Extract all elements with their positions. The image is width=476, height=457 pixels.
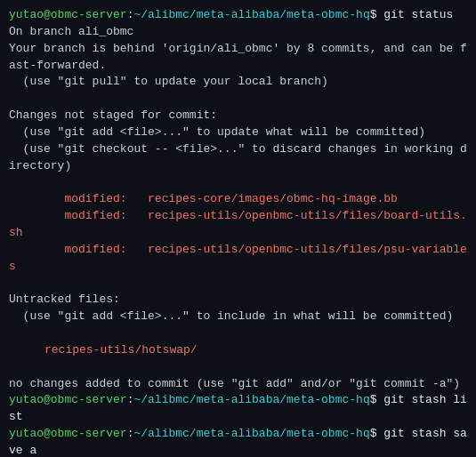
output-line: On branch ali_obmc xyxy=(9,24,467,41)
blank-line xyxy=(9,276,467,293)
output-line: Changes not staged for commit: xyxy=(9,108,467,124)
modified-file-line: modified: recipes-core/images/obmc-hq-im… xyxy=(9,191,467,208)
terminal-prompt: yutao@obmc-server:~/alibmc/meta-alibaba/… xyxy=(9,426,467,457)
output-line: no changes added to commit (use "git add… xyxy=(9,376,467,393)
terminal-prompt: yutao@obmc-server:~/alibmc/meta-alibaba/… xyxy=(9,392,467,426)
blank-line xyxy=(9,174,467,191)
terminal-window: yutao@obmc-server:~/alibmc/meta-alibaba/… xyxy=(9,7,467,457)
blank-line xyxy=(9,359,467,376)
modified-file-line: modified: recipes-utils/openbmc-utils/fi… xyxy=(9,208,467,242)
output-line: (use "git checkout -- <file>..." to disc… xyxy=(9,141,467,175)
output-line: (use "git add <file>..." to update what … xyxy=(9,124,467,141)
output-line: (use "git add <file>..." to include in w… xyxy=(9,309,467,325)
modified-file-line: modified: recipes-utils/openbmc-utils/fi… xyxy=(9,242,467,276)
output-line: Untracked files: xyxy=(9,292,467,309)
blank-line xyxy=(9,91,467,108)
untracked-file-line: recipes-utils/hotswap/ xyxy=(9,342,467,359)
terminal-prompt: yutao@obmc-server:~/alibmc/meta-alibaba/… xyxy=(9,7,467,24)
output-line: (use "git pull" to update your local bra… xyxy=(9,74,467,91)
blank-line xyxy=(9,325,467,342)
output-line: Your branch is behind 'origin/ali_obmc' … xyxy=(9,41,467,75)
